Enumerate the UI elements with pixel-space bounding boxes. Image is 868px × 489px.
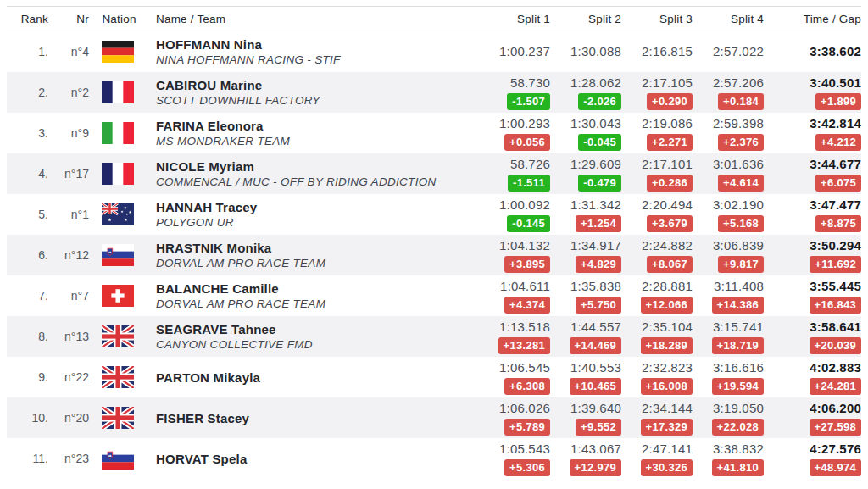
rank-label: 10. [7,411,48,425]
total-time: 3:44.677 [810,157,861,172]
split-3-cell: 2:24.882 +8.067 [621,238,693,273]
result-row[interactable]: 1. n°4 HOFFMANN Nina NINA HOFFMANN RACIN… [7,31,861,72]
result-row[interactable]: 6. n°12 HRASTNIK Monika DORVAL AM PRO RA… [7,235,861,275]
split-time: 1:34.917 [570,238,621,253]
rider-number: n°13 [48,330,89,343]
rider-name: NICOLE Myriam [156,158,479,175]
header-split-3: Split 3 [621,13,693,25]
split-1-cell: 58.726 -1.511 [479,157,550,192]
split-gap-badge: +30.326 [641,459,693,476]
split-time: 2:16.815 [642,44,693,59]
result-row[interactable]: 4. n°17 NICOLE Myriam COMMENCAL / MUC - … [7,153,861,194]
team-name: MS MONDRAKER TEAM [156,134,479,149]
split-gap-badge: +18.289 [641,337,693,354]
rank-label: 9. [7,370,48,384]
total-time-cell: 4:27.576 +48.974 [764,442,861,476]
split-time: 1:30.043 [570,116,621,131]
total-gap-badge: +6.075 [815,175,861,192]
result-row[interactable]: 2. n°2 CABIROU Marine SCOTT DOWNHILL FAC… [7,72,861,113]
result-row[interactable]: 10. n°20 FISHER Stacey 1:06.026 +5.789 1… [7,397,861,438]
header-nation: Nation [89,13,149,25]
split-4-cell: 3:15.741 +18.719 [693,320,764,354]
rider-number: n°20 [48,411,89,425]
split-time: 3:38.832 [713,442,764,457]
split-gap-badge: +4.614 [718,175,764,192]
total-gap-badge: +48.974 [810,459,861,476]
rank-label: 6. [7,248,48,262]
rider-name: CABIROU Marine [156,77,479,93]
split-1-cell: 1:05.543 +5.306 [479,442,550,476]
result-row[interactable]: 9. n°22 PARTON Mikayla 1:06.545 +6.308 1… [7,357,861,397]
split-time: 1:28.062 [570,75,621,91]
split-time: 1:30.088 [570,44,621,59]
split-4-cell: 3:38.832 +41.810 [693,442,764,476]
total-time: 4:27.576 [810,442,861,457]
rider-number: n°2 [48,86,89,99]
rank-label: 2. [7,86,48,99]
name-cell: CABIROU Marine SCOTT DOWNHILL FACTORY [149,77,479,108]
rider-name: SEAGRAVE Tahnee [156,321,479,337]
result-row[interactable]: 3. n°9 FARINA Eleonora MS MONDRAKER TEAM… [7,113,861,153]
split-3-cell: 2:35.104 +18.289 [621,320,693,354]
split-gap-badge: +1.254 [576,215,621,232]
name-cell: NICOLE Myriam COMMENCAL / MUC - OFF BY R… [149,158,479,190]
split-gap-badge: +12.979 [570,459,621,476]
split-2-cell: 1:43.067 +12.979 [550,442,621,476]
rider-number: n°9 [48,126,89,140]
rank-label: 1. [7,45,48,58]
split-gap-badge: +5.306 [504,459,550,476]
split-time: 2:17.101 [642,157,693,172]
split-gap-badge: +0.286 [647,175,693,192]
header-time-gap: Time / Gap [764,13,861,25]
name-cell: HANNAH Tracey POLYGON UR [149,199,479,231]
name-cell: FARINA Eleonora MS MONDRAKER TEAM [149,118,479,149]
split-time: 1:04.611 [500,279,550,294]
australia-flag [102,203,134,225]
split-time: 2:35.104 [642,320,693,335]
split-gap-badge: +5.789 [504,419,550,436]
split-time: 3:06.839 [713,238,764,253]
split-3-cell: 2:47.141 +30.326 [621,442,693,476]
rider-name: HORVAT Spela [156,451,479,467]
split-time: 1:04.132 [499,238,550,253]
split-3-cell: 2:32.823 +16.008 [621,360,693,395]
france-flag [102,81,134,103]
name-cell: FISHER Stacey [149,410,479,426]
total-gap-badge: +20.039 [810,337,861,354]
split-time: 1:06.545 [499,360,550,375]
team-name: COMMENCAL / MUC - OFF BY RIDING ADDICTIO… [156,175,479,190]
total-time-cell: 3:40.501 +1.899 [764,75,861,110]
result-row[interactable]: 5. n°1 HANNAH Tracey POLYGON UR 1:00.092… [7,194,861,235]
rank-label: 11. [7,452,48,465]
split-time: 1:29.609 [570,157,621,172]
split-3-cell: 2:17.101 +0.286 [621,157,693,192]
split-time: 58.726 [510,157,550,172]
split-2-cell: 1:28.062 -2.026 [550,75,621,110]
split-gap-badge: +2.271 [647,134,693,151]
split-gap-badge: -0.479 [578,175,621,192]
result-row[interactable]: 8. n°13 SEAGRAVE Tahnee CANYON COLLECTIV… [7,316,861,357]
total-time: 3:55.445 [810,279,861,294]
split-2-cell: 1:31.342 +1.254 [550,197,621,232]
split-gap-badge: -0.145 [507,215,550,232]
split-time: 1:00.092 [499,197,550,213]
split-time: 1:05.543 [499,442,550,457]
total-gap-badge: +24.281 [810,378,861,395]
split-gap-badge: +14.386 [712,297,764,314]
split-3-cell: 2:20.494 +3.679 [621,197,693,232]
total-gap-badge: +27.598 [810,419,861,436]
header-split-1: Split 1 [479,13,550,25]
result-row[interactable]: 11. n°23 HORVAT Spela 1:05.543 +5.306 1:… [7,438,861,479]
split-4-cell: 3:06.839 +9.817 [693,238,764,273]
rank-label: 4. [7,167,48,181]
split-time: 2:57.206 [713,75,764,91]
split-2-cell: 1:44.557 +14.469 [550,320,621,354]
split-1-cell: 1:06.026 +5.789 [479,401,550,436]
split-gap-badge: +0.056 [504,134,550,151]
team-name: SCOTT DOWNHILL FACTORY [156,93,479,108]
split-2-cell: 1:35.838 +5.750 [550,279,621,314]
result-row[interactable]: 7. n°7 BALANCHE Camille DORVAL AM PRO RA… [7,275,861,316]
split-time: 1:39.640 [570,401,621,416]
rider-name: PARTON Mikayla [156,370,479,386]
italy-flag [102,122,134,144]
